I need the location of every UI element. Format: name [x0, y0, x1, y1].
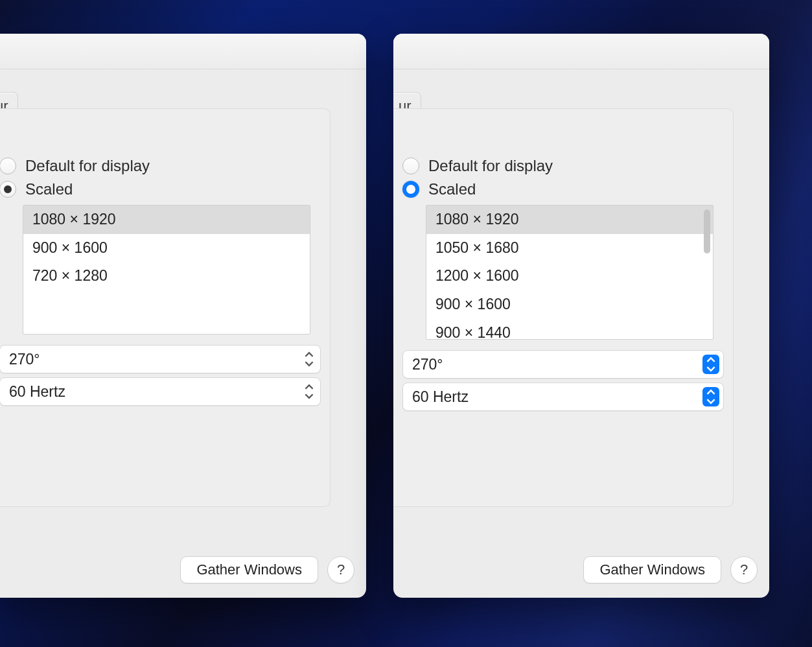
window-footer: Gather Windows ? — [393, 556, 758, 583]
updown-icon — [702, 355, 719, 374]
refresh-rate-select[interactable]: 60 Hertz — [0, 377, 321, 406]
updown-icon — [302, 382, 316, 401]
list-item[interactable]: 900 × 1600 — [426, 290, 713, 319]
refresh-rate-select[interactable]: 60 Hertz — [402, 382, 724, 411]
list-item[interactable]: 900 × 1600 — [23, 234, 310, 263]
help-button[interactable]: ? — [327, 556, 354, 583]
help-icon: ? — [337, 561, 345, 578]
titlebar — [393, 34, 769, 69]
resolution-panel: Default for display Scaled 1080 × 1920 9… — [0, 108, 331, 507]
updown-icon — [702, 387, 719, 406]
help-button[interactable]: ? — [730, 556, 758, 583]
select-value: 270° — [412, 356, 443, 373]
select-value: 60 Hertz — [9, 383, 65, 401]
list-item[interactable]: 1080 × 1920 — [426, 206, 713, 234]
resolution-list[interactable]: 1080 × 1920 1050 × 1680 1200 × 1600 900 … — [426, 205, 713, 340]
resolution-panel: Default for display Scaled 1080 × 1920 1… — [393, 108, 734, 507]
select-value: 60 Hertz — [412, 388, 469, 406]
list-item[interactable]: 900 × 1440 — [426, 319, 713, 340]
gather-windows-button[interactable]: Gather Windows — [583, 556, 721, 583]
titlebar — [0, 34, 366, 69]
radio-label: Scaled — [428, 180, 476, 198]
radio-icon — [402, 181, 419, 198]
radio-label: Scaled — [25, 180, 73, 198]
radio-icon — [0, 181, 16, 198]
select-value: 270° — [9, 351, 40, 368]
list-item[interactable]: 1080 × 1920 — [23, 206, 310, 234]
radio-icon — [402, 158, 419, 174]
displays-window-left: ur Default for display Scaled 1080 × 192… — [0, 34, 366, 598]
displays-window-right: ur Default for display Scaled 1080 × 192… — [393, 34, 769, 598]
updown-icon — [302, 349, 316, 369]
radio-icon — [0, 158, 16, 174]
list-item[interactable]: 720 × 1280 — [23, 262, 310, 290]
radio-default-for-display[interactable]: Default for display — [402, 157, 726, 175]
radio-default-for-display[interactable]: Default for display — [0, 157, 323, 175]
list-item[interactable]: 1050 × 1680 — [426, 234, 713, 263]
scrollbar-thumb[interactable] — [704, 209, 710, 253]
button-label: Gather Windows — [599, 561, 705, 578]
radio-scaled[interactable]: Scaled — [402, 180, 726, 198]
rotation-select[interactable]: 270° — [0, 345, 321, 373]
radio-scaled[interactable]: Scaled — [0, 180, 323, 198]
gather-windows-button[interactable]: Gather Windows — [180, 556, 318, 583]
radio-label: Default for display — [25, 157, 150, 175]
rotation-select[interactable]: 270° — [402, 350, 724, 379]
resolution-list[interactable]: 1080 × 1920 900 × 1600 720 × 1280 — [23, 205, 310, 335]
window-footer: Gather Windows ? — [0, 556, 354, 583]
help-icon: ? — [740, 561, 748, 578]
button-label: Gather Windows — [196, 561, 302, 578]
radio-label: Default for display — [428, 157, 553, 175]
list-item[interactable]: 1200 × 1600 — [426, 262, 713, 290]
